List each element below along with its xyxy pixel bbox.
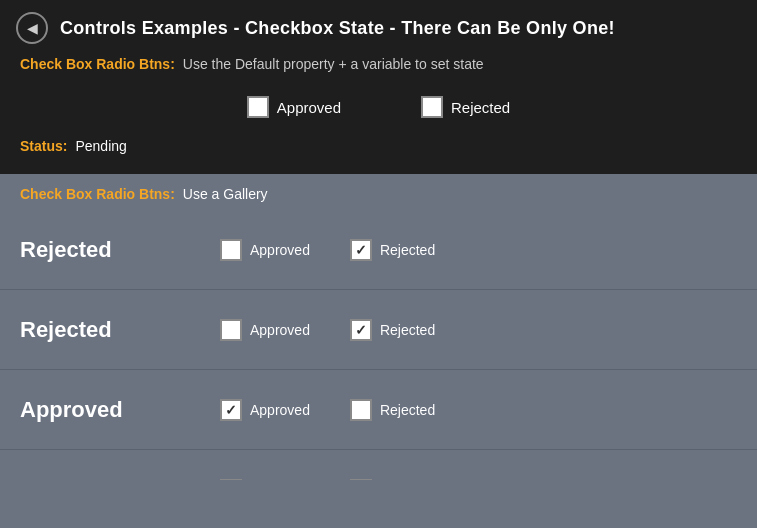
rejected-label-0: Rejected (380, 242, 435, 258)
approved-checkbox-2[interactable] (220, 399, 242, 421)
top-radio-row: Approved Rejected (0, 88, 757, 126)
gallery-item: RejectedApprovedRejected (0, 210, 757, 290)
item-status: Approved (20, 397, 180, 423)
approved-checkbox-1[interactable] (220, 319, 242, 341)
rejected-checkbox-0[interactable] (350, 239, 372, 261)
rejected-label-2: Rejected (380, 402, 435, 418)
page-title: Controls Examples - Checkbox State - The… (60, 18, 615, 39)
ctrl-item: Approved (220, 239, 310, 261)
approved-label-2: Approved (250, 402, 310, 418)
top-approved-checkbox[interactable] (247, 96, 269, 118)
top-section-desc: Use the Default property + a variable to… (183, 56, 484, 72)
ctrl-item: Approved (220, 479, 310, 481)
approved-checkbox-3[interactable] (220, 479, 242, 481)
top-section-label: Check Box Radio Btns: (20, 56, 175, 72)
back-button[interactable]: ◀ (16, 12, 48, 44)
ctrl-item: Rejected (350, 239, 435, 261)
ctrl-item: Rejected (350, 399, 435, 421)
ctrl-item: Rejected (350, 479, 435, 481)
back-icon: ◀ (27, 20, 38, 36)
rejected-label-1: Rejected (380, 322, 435, 338)
item-controls: ApprovedRejected (220, 399, 435, 421)
rejected-checkbox-3[interactable] (350, 479, 372, 481)
item-controls: ApprovedRejected (220, 239, 435, 261)
gallery-list[interactable]: RejectedApprovedRejectedRejectedApproved… (0, 210, 757, 480)
top-rejected-label: Rejected (451, 99, 510, 116)
status-label: Status: (20, 138, 67, 154)
approved-label-1: Approved (250, 322, 310, 338)
item-status: Rejected (20, 317, 180, 343)
top-section-label-row: Check Box Radio Btns: Use the Default pr… (0, 56, 757, 72)
approved-checkbox-0[interactable] (220, 239, 242, 261)
approved-label-0: Approved (250, 242, 310, 258)
item-status: Rejected (20, 477, 180, 481)
rejected-checkbox-2[interactable] (350, 399, 372, 421)
gallery-desc: Use a Gallery (183, 186, 268, 202)
ctrl-item: Rejected (350, 319, 435, 341)
bottom-section: Check Box Radio Btns: Use a Gallery Reje… (0, 174, 757, 492)
gallery-item: ApprovedApprovedRejected (0, 370, 757, 450)
item-status: Rejected (20, 237, 180, 263)
rejected-checkbox-1[interactable] (350, 319, 372, 341)
ctrl-item: Approved (220, 399, 310, 421)
gallery-item: RejectedApprovedRejected (0, 290, 757, 370)
item-controls: ApprovedRejected (220, 319, 435, 341)
gallery-item: RejectedApprovedRejected (0, 450, 757, 480)
gallery-header: Check Box Radio Btns: Use a Gallery (0, 174, 757, 210)
top-approved-item: Approved (247, 96, 341, 118)
item-controls: ApprovedRejected (220, 479, 435, 481)
top-rejected-item: Rejected (421, 96, 510, 118)
top-section: ◀ Controls Examples - Checkbox State - T… (0, 0, 757, 174)
top-rejected-checkbox[interactable] (421, 96, 443, 118)
title-bar: ◀ Controls Examples - Checkbox State - T… (0, 0, 757, 56)
top-approved-label: Approved (277, 99, 341, 116)
status-row: Status: Pending (0, 126, 757, 154)
ctrl-item: Approved (220, 319, 310, 341)
status-value: Pending (75, 138, 126, 154)
gallery-label: Check Box Radio Btns: (20, 186, 175, 202)
